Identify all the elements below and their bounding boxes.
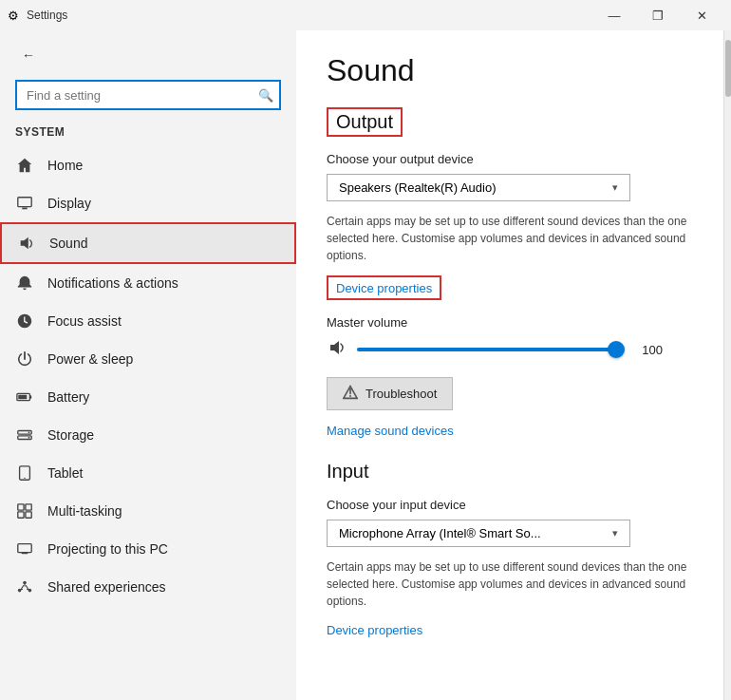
sidebar-section-label: System	[0, 122, 296, 146]
app-body: ← 🔍 System Home Display Sound	[0, 30, 731, 700]
sidebar-item-tablet[interactable]: Tablet	[0, 454, 296, 492]
settings-icon: ⚙	[8, 9, 19, 23]
svg-point-7	[28, 437, 30, 439]
back-button[interactable]: ←	[15, 42, 42, 68]
sidebar-item-battery-label: Battery	[47, 389, 89, 405]
sidebar-item-projecting-label: Projecting to this PC	[47, 541, 168, 557]
storage-icon	[15, 426, 34, 445]
warning-icon	[343, 385, 358, 403]
notifications-icon	[15, 274, 34, 293]
sidebar-item-home[interactable]: Home	[0, 146, 296, 184]
input-info-text: Certain apps may be set up to use differ…	[327, 558, 693, 610]
sidebar-item-notifications-label: Notifications & actions	[47, 275, 178, 291]
volume-section: Master volume 100	[327, 315, 693, 362]
output-title: Output	[336, 111, 393, 133]
device-properties-link[interactable]: Device properties	[336, 281, 432, 295]
svg-point-18	[349, 395, 351, 397]
output-device-label: Choose your output device	[327, 152, 693, 166]
troubleshoot-label: Troubleshoot	[366, 387, 437, 401]
input-device-properties-link[interactable]: Device properties	[327, 623, 422, 637]
device-properties-box: Device properties	[327, 275, 441, 300]
title-bar-title: Settings	[27, 9, 67, 22]
input-dropdown-arrow-icon: ▾	[612, 527, 618, 539]
output-info-text: Certain apps may be set up to use differ…	[327, 213, 693, 264]
slider-track	[357, 348, 623, 351]
sidebar-header: ←	[0, 30, 296, 76]
slider-fill	[357, 348, 623, 351]
input-section-title: Input	[327, 461, 693, 482]
volume-label: Master volume	[327, 315, 693, 330]
volume-value: 100	[632, 343, 663, 357]
sidebar-item-multitasking[interactable]: Multi-tasking	[0, 492, 296, 530]
sidebar-item-display-label: Display	[47, 196, 91, 211]
title-bar-controls: — ❐ ✕	[592, 0, 723, 30]
sidebar-item-multitasking-label: Multi-tasking	[47, 503, 122, 519]
display-icon	[15, 194, 34, 213]
minimize-button[interactable]: —	[592, 0, 636, 30]
home-icon	[15, 156, 34, 175]
input-device-dropdown[interactable]: Microphone Array (Intel® Smart So... ▾	[327, 520, 630, 547]
page-title: Sound	[327, 53, 693, 88]
svg-rect-14	[18, 544, 31, 553]
battery-icon	[15, 388, 34, 407]
multitasking-icon	[15, 501, 34, 520]
projecting-icon	[15, 539, 34, 558]
sidebar-item-sound-label: Sound	[49, 236, 87, 251]
sidebar-item-battery[interactable]: Battery	[0, 378, 296, 416]
scroll-thumb[interactable]	[725, 40, 731, 97]
output-device-dropdown[interactable]: Speakers (Realtek(R) Audio) ▾	[327, 174, 630, 201]
search-icon: 🔍	[258, 88, 273, 103]
title-bar-left: ⚙ Settings	[8, 9, 67, 23]
sidebar-item-power-label: Power & sleep	[47, 351, 133, 367]
scroll-indicator	[723, 30, 731, 700]
svg-rect-10	[18, 504, 24, 510]
maximize-button[interactable]: ❐	[636, 0, 680, 30]
volume-slider[interactable]	[357, 340, 623, 359]
svg-point-6	[28, 431, 30, 433]
sidebar-item-focus-label: Focus assist	[47, 313, 122, 329]
svg-rect-13	[26, 512, 31, 518]
input-device-label: Choose your input device	[327, 498, 693, 512]
svg-rect-1	[22, 208, 27, 210]
sidebar-item-sound[interactable]: Sound	[0, 222, 296, 264]
svg-rect-11	[26, 504, 31, 510]
shared-icon	[15, 577, 34, 596]
sidebar-item-shared[interactable]: Shared experiences	[0, 568, 296, 606]
search-box: 🔍	[15, 80, 281, 110]
search-input[interactable]	[15, 80, 281, 110]
sidebar-item-home-label: Home	[47, 158, 83, 173]
svg-point-9	[24, 478, 25, 479]
sidebar-item-storage[interactable]: Storage	[0, 416, 296, 454]
sound-icon	[17, 234, 36, 253]
troubleshoot-button[interactable]: Troubleshoot	[327, 377, 453, 410]
sidebar-item-notifications[interactable]: Notifications & actions	[0, 264, 296, 302]
volume-row: 100	[327, 337, 693, 362]
sidebar-item-power[interactable]: Power & sleep	[0, 340, 296, 378]
sidebar-item-focus[interactable]: Focus assist	[0, 302, 296, 340]
manage-sound-devices-link[interactable]: Manage sound devices	[327, 424, 454, 438]
tablet-icon	[15, 464, 34, 482]
svg-rect-0	[18, 198, 31, 207]
title-bar: ⚙ Settings — ❐ ✕	[0, 0, 731, 30]
focus-icon	[15, 312, 34, 331]
output-section-box: Output	[327, 107, 403, 137]
sidebar-item-display[interactable]: Display	[0, 184, 296, 222]
volume-icon	[327, 337, 347, 362]
slider-thumb[interactable]	[608, 341, 625, 358]
svg-rect-3	[18, 395, 27, 400]
sidebar-item-tablet-label: Tablet	[47, 465, 83, 481]
output-device-value: Speakers (Realtek(R) Audio)	[339, 180, 496, 195]
close-button[interactable]: ✕	[680, 0, 723, 30]
dropdown-arrow-icon: ▾	[612, 181, 618, 194]
content-area: Sound Output Choose your output device S…	[296, 30, 723, 700]
sidebar-item-storage-label: Storage	[47, 427, 94, 443]
sidebar: ← 🔍 System Home Display Sound	[0, 30, 296, 700]
sidebar-item-projecting[interactable]: Projecting to this PC	[0, 530, 296, 568]
input-device-value: Microphone Array (Intel® Smart So...	[339, 526, 541, 540]
sidebar-item-shared-label: Shared experiences	[47, 579, 166, 595]
power-icon	[15, 350, 34, 369]
svg-rect-12	[18, 512, 24, 518]
